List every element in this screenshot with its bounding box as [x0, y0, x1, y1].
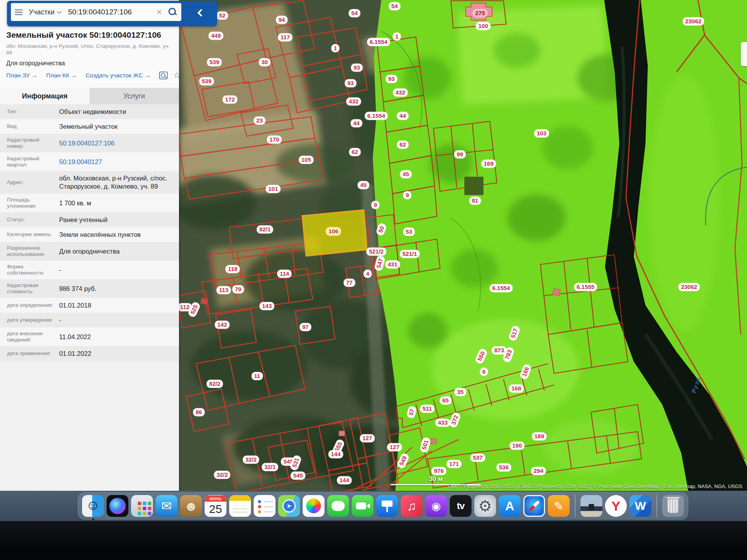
info-row: Площадь уточненная: 1 700 кв. м — [0, 194, 179, 212]
dock-icon[interactable] — [352, 495, 374, 517]
info-row-value: - — [59, 266, 179, 274]
dock-icon[interactable]: июнь 25 — [205, 495, 226, 517]
dock-icon[interactable]: ✉ — [156, 495, 177, 517]
info-row-label: Тип: — [0, 108, 59, 115]
info-row-value: Земли населённых пунктов — [59, 231, 179, 239]
dock-icon[interactable]: ♫ — [401, 495, 423, 517]
info-row-label: Категория земель: — [0, 231, 59, 238]
search-icon[interactable] — [168, 7, 177, 17]
app-icon — [258, 500, 261, 503]
screen-bezel — [0, 521, 747, 560]
info-row-value: 01.01.2018 — [59, 301, 179, 310]
info-row: дата утверждения: - — [0, 313, 179, 327]
info-row: Разрешенное использование: Для огороднич… — [0, 242, 179, 261]
info-row: Кадастровый квартал: 50:19:0040127 — [0, 152, 179, 171]
app-icon — [331, 501, 345, 511]
app-icon: W — [635, 499, 646, 513]
info-row-label: дата применения: — [0, 350, 59, 357]
info-row-label: Адрес: — [0, 179, 59, 186]
dock-icon[interactable] — [107, 495, 128, 517]
tab-services[interactable]: Услуги — [89, 88, 179, 104]
dock-icon[interactable]: W — [630, 495, 651, 517]
map-graphic[interactable] — [179, 0, 747, 493]
dock-icon[interactable] — [254, 495, 275, 517]
search-bar: Участки 50:19:0040127:106 × — [7, 1, 217, 26]
running-indicator — [92, 518, 94, 520]
parcel-info-table: Тип: Объект недвижимости Вид: Земельный … — [0, 104, 179, 361]
dock-icon[interactable]: ➤ — [278, 495, 300, 517]
dock-icon[interactable]: ☻ — [180, 495, 202, 517]
search-input[interactable]: 50:19:0040127:106 — [68, 8, 150, 16]
info-row: Форма собственности: - — [0, 261, 179, 279]
app-icon — [233, 508, 247, 509]
plan-link[interactable]: План ЗУ → — [6, 72, 38, 79]
search-field[interactable]: Участки 50:19:0040127:106 × — [11, 3, 181, 21]
app-icon: tv — [457, 500, 464, 511]
info-row-value: 986 374 руб. — [59, 285, 179, 293]
parcel-usage: Для огородничества — [6, 60, 173, 67]
dock-icon[interactable] — [376, 495, 398, 517]
info-row-value: Для огородничества — [59, 247, 179, 256]
dock-icon[interactable]: A — [499, 495, 521, 517]
dock: ☺ ✉ — [78, 492, 688, 520]
app-icon: ✉ — [161, 499, 172, 513]
info-row: Кадастровый номер: 50:19:0040127:106 — [0, 134, 179, 152]
clear-search-icon[interactable]: × — [156, 8, 162, 16]
dock-icon[interactable]: ◉ — [425, 495, 447, 517]
info-row-label: Вид: — [0, 123, 59, 130]
dock-icon[interactable] — [303, 495, 324, 517]
dock-icon[interactable]: ⚙ — [474, 495, 496, 517]
cadastral-map[interactable]: 52945454449117116.1554275100230625393053… — [179, 0, 747, 493]
info-panel: Земельный участок 50:19:0040127:106 обл.… — [0, 0, 179, 493]
app-icon — [306, 499, 321, 513]
plan-link[interactable]: План КК → — [46, 72, 77, 79]
menu-icon[interactable] — [15, 9, 23, 10]
app-icon: ✎ — [554, 499, 563, 513]
dock-icon[interactable] — [662, 495, 684, 517]
app-icon — [382, 500, 393, 507]
app-icon: ◉ — [431, 500, 441, 513]
map-zoom-control[interactable] — [741, 42, 747, 66]
dock-icon[interactable] — [575, 495, 575, 517]
app-icon: ☺ — [86, 497, 100, 513]
app-icon — [589, 504, 594, 510]
info-row-label: Разрешенное использование: — [0, 245, 59, 257]
screen: 52945454449117116.1554275100230625393053… — [0, 0, 747, 560]
info-row-value: Ранее учтенный — [59, 216, 179, 224]
info-row: Кадастровая стоимость: 986 374 руб. — [0, 279, 179, 298]
dock-strip: ☺ ✉ — [0, 491, 747, 521]
chevron-down-icon[interactable] — [57, 9, 62, 14]
app-icon: Y — [612, 499, 621, 514]
info-row: Вид: Земельный участок — [0, 119, 179, 134]
dock-icon[interactable] — [327, 495, 349, 517]
app-icon: ➤ — [284, 500, 295, 511]
dock-icon[interactable] — [229, 495, 251, 517]
dock-icon[interactable]: tv — [450, 495, 472, 517]
header-icons: ☆ — [159, 72, 181, 79]
dock-icon[interactable]: ✎ — [548, 495, 570, 517]
dock-icon[interactable] — [656, 495, 657, 517]
info-row-label: Кадастровая стоимость: — [0, 282, 59, 295]
dock-icon[interactable] — [523, 495, 545, 517]
favorite-star-icon[interactable]: ☆ — [173, 72, 181, 79]
dock-icon[interactable]: ☺ — [82, 495, 104, 517]
plan-link[interactable]: Создать участок ЖС → — [86, 72, 151, 79]
tab-information[interactable]: Информация — [0, 88, 89, 104]
dock-icon[interactable] — [131, 495, 153, 517]
app-icon — [528, 500, 540, 512]
collapse-panel-icon[interactable] — [197, 9, 205, 17]
info-row-value: 50:19:0040127 — [59, 158, 179, 166]
info-row-value: - — [59, 316, 179, 324]
info-row: Адрес: обл. Московская, р-н Рузский, с/п… — [0, 171, 179, 194]
search-category[interactable]: Участки — [29, 8, 54, 16]
info-row-label: Статус: — [0, 217, 59, 223]
dock-icon[interactable]: Y — [605, 495, 627, 517]
calendar-day: 25 — [209, 502, 222, 516]
info-row-label: дата внесения сведений: — [0, 331, 59, 343]
dock-icon[interactable] — [580, 495, 602, 517]
zoom-to-parcel-icon[interactable] — [159, 72, 168, 79]
panel-tabs: Информация Услуги — [0, 88, 179, 104]
info-row-label: дата определения: — [0, 302, 59, 308]
info-row: дата внесения сведений: 11.04.2022 — [0, 327, 179, 346]
info-row: дата определения: 01.01.2018 — [0, 298, 179, 313]
